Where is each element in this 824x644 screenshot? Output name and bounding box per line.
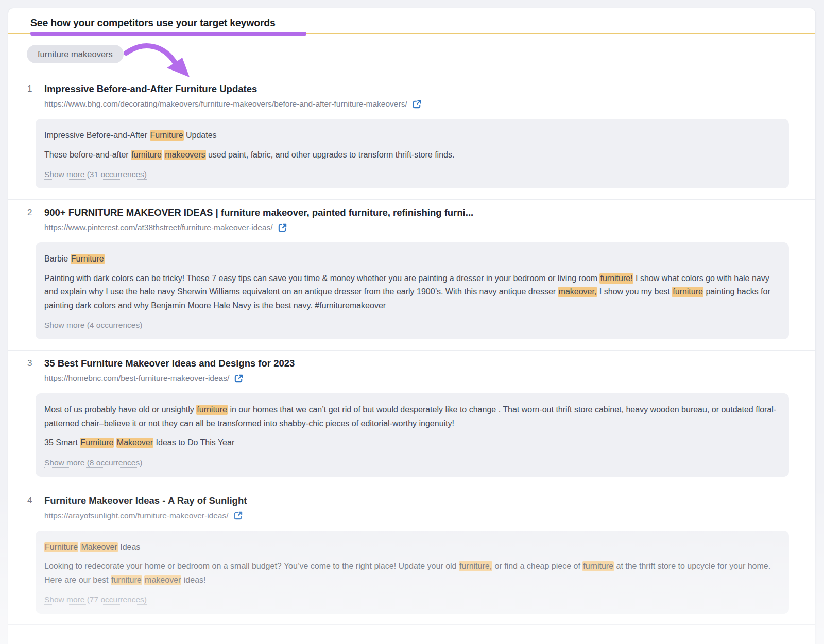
keyword-highlight: Furniture (80, 438, 114, 448)
purple-underline (30, 32, 306, 36)
result-url[interactable]: https://www.bhg.com/decorating/makeovers… (44, 99, 407, 109)
header-rule (8, 32, 815, 36)
result-title: 900+ FURNITURE MAKEOVER IDEAS | furnitur… (44, 206, 473, 219)
snippet-text: Painting with dark colors can be tricky!… (44, 272, 780, 313)
snippet-box: Impressive Before-and-After Furniture Up… (36, 119, 789, 188)
snippet-text: Furniture Makeover Ideas (44, 541, 780, 554)
keyword-highlight: furniture! (599, 273, 633, 284)
keyword-highlight: makeovers (164, 150, 205, 160)
keyword-highlight: Makeover (80, 542, 117, 552)
external-link-icon[interactable] (234, 374, 244, 384)
result-url[interactable]: https://homebnc.com/best-furniture-makeo… (44, 373, 229, 384)
external-link-icon[interactable] (278, 223, 287, 233)
result-rank: 2 (27, 206, 38, 233)
external-link-icon[interactable] (412, 99, 422, 109)
keyword-highlight: Furniture (71, 254, 105, 264)
snippet-box: Most of us probably have old or unsightl… (36, 393, 789, 477)
keyword-highlight: makeover, (558, 287, 597, 297)
keyword-highlight: furniture (582, 561, 614, 571)
keyword-pill: furniture makeovers (27, 45, 124, 63)
result-rank: 3 (27, 357, 38, 384)
snippet-box: Barbie Furniture Painting with dark colo… (36, 242, 789, 339)
external-link-icon[interactable] (233, 511, 243, 520)
card-bottom-divider (8, 624, 815, 625)
show-more-link[interactable]: Show more (77 occurrences) (44, 595, 147, 605)
snippet-box: Furniture Makeover Ideas Looking to rede… (36, 531, 789, 614)
result-title: Furniture Makeover Ideas - A Ray of Sunl… (44, 495, 247, 507)
card-header: See how your competitors use your target… (8, 8, 815, 29)
show-more-link[interactable]: Show more (4 occurrences) (44, 320, 142, 330)
result-item: 2 900+ FURNITURE MAKEOVER IDEAS | furnit… (8, 199, 815, 350)
snippet-text: Impressive Before-and-After Furniture Up… (44, 129, 780, 143)
keyword-highlight: Furniture (44, 542, 78, 552)
keyword-highlight: makeover (144, 575, 181, 585)
keyword-row: furniture makeovers (8, 36, 815, 76)
snippet-text: Barbie Furniture (44, 252, 780, 266)
show-more-link[interactable]: Show more (8 occurrences) (44, 458, 142, 468)
snippet-text: Looking to redecorate your home or bedro… (44, 560, 780, 587)
keyword-highlight: furniture, (459, 561, 492, 571)
result-item: 4 Furniture Makeover Ideas - A Ray of Su… (8, 488, 815, 625)
page-title: See how your competitors use your target… (30, 17, 793, 29)
result-url[interactable]: https://arayofsunlight.com/furniture-mak… (44, 511, 229, 521)
result-url[interactable]: https://www.pinterest.com/at38thstreet/f… (44, 222, 273, 233)
result-item: 1 Impressive Before-and-After Furniture … (8, 76, 815, 199)
result-title: 35 Best Furniture Makeover Ideas and Des… (44, 357, 295, 370)
keyword-highlight: Furniture (150, 130, 184, 141)
result-rank: 1 (27, 83, 38, 109)
result-item: 3 35 Best Furniture Makeover Ideas and D… (8, 350, 815, 488)
competitors-keywords-card: See how your competitors use your target… (8, 8, 815, 644)
keyword-highlight: furniture (111, 575, 142, 585)
snippet-text: Most of us probably have old or unsightl… (44, 403, 780, 430)
keyword-highlight: Makeover (116, 438, 153, 448)
snippet-text: 35 Smart Furniture Makeover Ideas to Do … (44, 436, 780, 450)
result-rank: 4 (27, 495, 38, 521)
result-title: Impressive Before-and-After Furniture Up… (44, 83, 422, 95)
keyword-highlight: furniture (672, 287, 703, 297)
show-more-link[interactable]: Show more (31 occurrences) (44, 169, 147, 180)
keyword-highlight: furniture (131, 150, 162, 160)
keyword-highlight: furniture (196, 405, 228, 415)
snippet-text: These before-and-after furniture makeove… (44, 148, 780, 162)
